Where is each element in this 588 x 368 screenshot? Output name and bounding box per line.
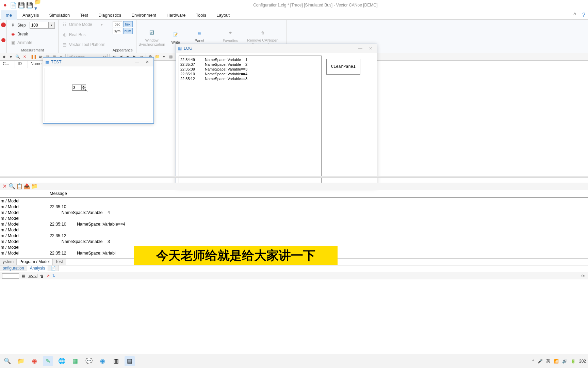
vtp-button[interactable]: ▤ Vector Tool Platform: [62, 41, 105, 48]
tab-analysis-bottom[interactable]: Analysis: [27, 265, 48, 271]
volume-icon[interactable]: 🔊: [562, 359, 567, 364]
hex-toggle[interactable]: hex: [123, 21, 133, 27]
folder-icon[interactable]: 📁: [154, 54, 160, 60]
record-button[interactable]: [1, 38, 5, 42]
clear-icon[interactable]: ✕: [21, 54, 28, 60]
delete-icon[interactable]: ✕: [1, 183, 7, 189]
sym-toggle[interactable]: sym: [113, 28, 122, 34]
app-icon[interactable]: ◉: [29, 356, 39, 366]
tab-home[interactable]: me: [1, 11, 17, 20]
pause-icon[interactable]: ❚❚: [31, 54, 37, 60]
splitter[interactable]: [0, 176, 588, 178]
numeric-input[interactable]: [72, 85, 81, 90]
tab-program-model[interactable]: Program / Model: [17, 259, 53, 265]
tab-analysis[interactable]: Analysis: [18, 11, 44, 19]
export-icon[interactable]: 📤: [24, 183, 30, 189]
tab-test[interactable]: Test: [75, 11, 93, 19]
folder-icon[interactable]: 📁: [31, 183, 37, 189]
stop-icon[interactable]: ⊘: [47, 274, 50, 278]
tab-configuration[interactable]: onfiguration: [0, 265, 27, 271]
clear-panel-button[interactable]: ClearPanel: [326, 59, 360, 75]
copy-icon[interactable]: 📋: [16, 183, 22, 189]
wifi-icon[interactable]: 📶: [554, 359, 559, 364]
battery-icon[interactable]: 🔋: [571, 359, 576, 364]
tab-diagnostics[interactable]: Diagnostics: [94, 11, 126, 19]
col-c[interactable]: C...: [0, 61, 15, 68]
online-mode-button[interactable]: ☷ Online Mode ▾: [62, 21, 105, 28]
grid-icon[interactable]: ▥: [168, 54, 174, 60]
log-panel-header[interactable]: ▦ LOG — ✕: [176, 44, 377, 53]
find-icon[interactable]: 🔍: [9, 183, 15, 189]
clock[interactable]: 202: [579, 359, 586, 364]
dec-toggle[interactable]: dec: [113, 21, 122, 27]
tab-layout[interactable]: Layout: [212, 11, 234, 19]
close-icon[interactable]: ✕: [366, 46, 375, 51]
tab-simulation[interactable]: Simulation: [44, 11, 75, 19]
log-list[interactable]: 22:34:49NameSpace::Variable==1 22:35:07N…: [179, 56, 322, 184]
test-panel[interactable]: ▦ TEST — ✕ ▲ ▼ ↖: [43, 57, 154, 124]
step-button[interactable]: ⬇ Step ▾: [10, 21, 55, 29]
write-col-source[interactable]: [0, 190, 48, 197]
funnel-icon[interactable]: ▼: [8, 54, 14, 60]
notes-icon[interactable]: ✎: [43, 356, 53, 366]
collapse-ribbon-icon[interactable]: ^: [571, 11, 579, 19]
wechat-icon[interactable]: 💬: [84, 356, 94, 366]
ime-indicator[interactable]: 英: [546, 358, 550, 364]
spin-up-icon[interactable]: ▲: [82, 85, 86, 88]
new-icon[interactable]: 📄: [10, 2, 16, 8]
measurement-group: ⬇ Step ▾ ◉ Break ▣ Animate Measurement: [7, 20, 59, 53]
test-panel-header[interactable]: ▦ TEST — ✕: [43, 58, 153, 66]
trash-icon[interactable]: 🗑: [40, 274, 44, 278]
write-col-message[interactable]: Message: [48, 190, 69, 197]
online-icon: ☷: [62, 22, 67, 27]
tab-test[interactable]: Test: [53, 259, 66, 265]
tray-chevron-icon[interactable]: ^: [532, 359, 534, 364]
status-input[interactable]: [2, 273, 19, 279]
tab-system[interactable]: ystem: [0, 259, 17, 265]
num-toggle[interactable]: num: [123, 28, 133, 34]
write-row: m / Model: [0, 216, 588, 221]
edge-icon[interactable]: ◉: [97, 356, 108, 366]
step-dropdown[interactable]: ▾: [49, 22, 55, 29]
write-button[interactable]: 📝 Write: [164, 29, 187, 45]
realbus-button[interactable]: ◎ Real Bus: [62, 31, 105, 38]
realbus-label: Real Bus: [69, 32, 86, 37]
tab-tools[interactable]: Tools: [191, 11, 211, 19]
filter-icon[interactable]: ◆: [1, 54, 7, 60]
excel-icon[interactable]: ▦: [70, 356, 80, 366]
tab-environment[interactable]: Environment: [127, 11, 161, 19]
close-icon[interactable]: ✕: [143, 60, 151, 64]
break-button[interactable]: ◉ Break: [10, 31, 55, 37]
help-icon[interactable]: ?: [579, 11, 588, 19]
find-icon[interactable]: 🔍: [15, 54, 21, 60]
appearance-group: dec hex sym num Appearance: [109, 20, 136, 53]
step-input[interactable]: [30, 22, 49, 29]
saveall-icon[interactable]: 💾: [27, 2, 33, 8]
status-time: 0:: [582, 274, 586, 278]
tab-new[interactable]: 📄: [48, 265, 59, 271]
minimize-icon[interactable]: —: [133, 60, 141, 64]
canoe-icon[interactable]: ▤: [125, 356, 135, 366]
winsync-button[interactable]: 🔄 Window Synchronization: [140, 27, 164, 47]
record-icon[interactable]: ●: [2, 2, 8, 8]
tab-hardware[interactable]: Hardware: [162, 11, 190, 19]
sync-icon[interactable]: ↻: [52, 274, 55, 278]
folder-icon[interactable]: 📁 ▾: [35, 2, 41, 8]
caps-indicator: CAPS: [28, 274, 37, 278]
col-id[interactable]: ID: [15, 61, 28, 68]
grid-icon[interactable]: ▦: [22, 274, 25, 278]
star-icon: ★: [225, 28, 236, 39]
more-icon[interactable]: ▾: [161, 54, 167, 60]
animate-button[interactable]: ▣ Animate: [10, 39, 55, 46]
stop-button[interactable]: [1, 22, 6, 27]
minimize-icon[interactable]: —: [356, 46, 364, 51]
remove-icon: 🗑: [257, 27, 268, 38]
explorer-icon[interactable]: 📁: [16, 356, 26, 366]
app2-icon[interactable]: ▥: [111, 356, 121, 366]
save-icon[interactable]: 💾: [18, 2, 24, 8]
search-icon[interactable]: 🔍: [2, 356, 12, 366]
animate-icon: ▣: [10, 40, 16, 45]
mic-icon[interactable]: 🎤: [538, 359, 543, 364]
chrome-icon[interactable]: 🌐: [56, 356, 67, 366]
log-panel[interactable]: ▦ LOG — ✕ 22:34:49NameSpace::Variable==1…: [176, 44, 377, 187]
